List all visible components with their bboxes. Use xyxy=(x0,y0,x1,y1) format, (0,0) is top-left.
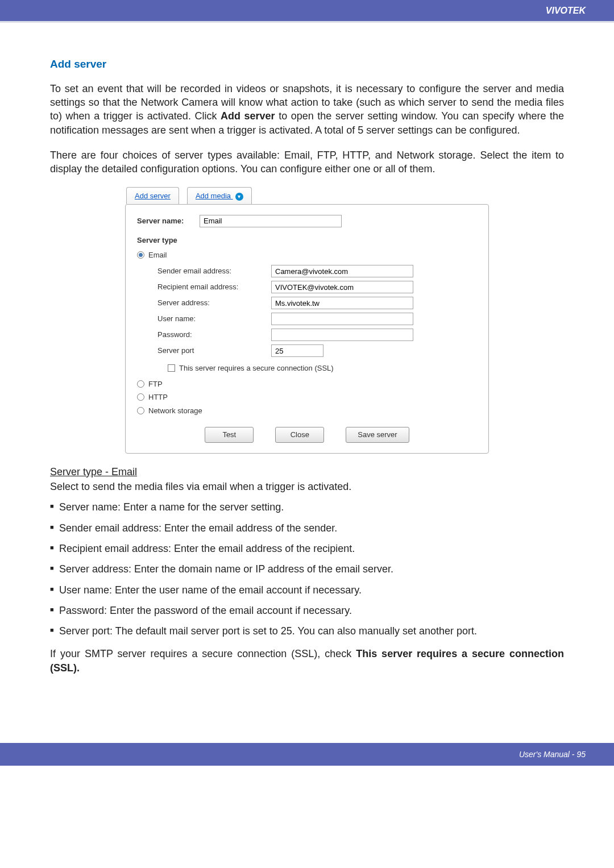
server-addr-row: Server address: xyxy=(157,295,477,311)
tabs-row: Add server Add media ▾ xyxy=(126,187,489,204)
content: Add server To set an event that will be … xyxy=(0,23,614,709)
list-item: Server address: Enter the domain name or… xyxy=(50,562,564,576)
radio-network-label: Network storage xyxy=(148,406,202,416)
server-addr-input[interactable] xyxy=(271,297,413,309)
dialog-buttons: Test Close Save server xyxy=(137,427,477,443)
server-addr-label: Server address: xyxy=(157,296,271,310)
port-input[interactable] xyxy=(271,344,323,357)
list-item: Server name: Enter a name for the server… xyxy=(50,500,564,514)
sender-row: Sender email address: xyxy=(157,263,477,279)
list-item: User name: Enter the user name of the em… xyxy=(50,583,564,597)
footer-bar: User's Manual - 95 xyxy=(0,743,614,766)
list-item: Password: Enter the password of the emai… xyxy=(50,604,564,617)
server-name-label: Server name: xyxy=(137,216,200,226)
intro-paragraph-2: There are four choices of server types a… xyxy=(50,148,564,176)
list-item: Server port: The default mail server por… xyxy=(50,624,564,638)
recipient-input[interactable] xyxy=(271,281,413,293)
server-type-label: Server type xyxy=(137,235,200,246)
radio-ftp[interactable] xyxy=(137,380,144,388)
section-heading: Add server xyxy=(50,57,564,72)
recipient-row: Recipient email address: xyxy=(157,279,477,295)
radio-http-row[interactable]: HTTP xyxy=(137,392,477,402)
intro-1-bold: Add server xyxy=(221,110,275,122)
user-row: User name: xyxy=(157,311,477,327)
recipient-label: Recipient email address: xyxy=(157,280,271,294)
user-label: User name: xyxy=(157,312,271,326)
pass-row: Password: xyxy=(157,327,477,343)
radio-ftp-label: FTP xyxy=(148,379,163,389)
server-type-subhead: Server type - Email xyxy=(50,465,564,479)
sender-input[interactable] xyxy=(271,265,413,277)
port-row: Server port xyxy=(157,343,477,359)
ssl-checkbox[interactable] xyxy=(168,364,175,372)
list-item: Sender email address: Enter the email ad… xyxy=(50,521,564,535)
pass-label: Password: xyxy=(157,327,271,342)
server-name-row: Server name: xyxy=(137,215,477,227)
server-name-input[interactable] xyxy=(200,215,342,227)
dialog-box: Server name: Server type Email Sender em… xyxy=(125,204,489,454)
save-server-button[interactable]: Save server xyxy=(346,427,409,443)
radio-email[interactable] xyxy=(137,251,144,259)
radio-email-row[interactable]: Email xyxy=(137,250,477,260)
sender-label: Sender email address: xyxy=(157,264,271,279)
pass-input[interactable] xyxy=(271,329,413,341)
server-type-row: Server type xyxy=(137,235,477,246)
radio-ftp-row[interactable]: FTP xyxy=(137,379,477,389)
tab-add-media[interactable]: Add media ▾ xyxy=(187,187,252,204)
brand-text: VIVOTEK xyxy=(546,6,586,16)
list-item: Recipient email address: Enter the email… xyxy=(50,542,564,555)
email-fields: Sender email address: Recipient email ad… xyxy=(137,263,477,373)
footer-text: User's Manual - 95 xyxy=(519,750,586,759)
closing-paragraph: If your SMTP server requires a secure co… xyxy=(50,647,564,675)
bullet-list: Server name: Enter a name for the server… xyxy=(50,500,564,638)
tab-add-server[interactable]: Add server xyxy=(126,187,179,204)
tab-add-media-label: Add media xyxy=(196,192,231,200)
intro-paragraph-1: To set an event that will be recorded in… xyxy=(50,82,564,137)
ssl-row[interactable]: This server requires a secure connection… xyxy=(168,363,477,373)
radio-network-row[interactable]: Network storage xyxy=(137,406,477,416)
radio-http[interactable] xyxy=(137,393,144,401)
ssl-label: This server requires a secure connection… xyxy=(179,363,334,373)
close-button[interactable]: Close xyxy=(275,427,324,443)
port-label: Server port xyxy=(157,343,271,358)
header-bar: VIVOTEK xyxy=(0,0,614,23)
test-button[interactable]: Test xyxy=(205,427,254,443)
radio-network[interactable] xyxy=(137,407,144,414)
closing-pre: If your SMTP server requires a secure co… xyxy=(50,648,356,659)
user-input[interactable] xyxy=(271,313,413,325)
chevron-down-icon: ▾ xyxy=(235,193,243,201)
radio-email-label: Email xyxy=(148,250,167,260)
dialog: Add server Add media ▾ Server name: Serv… xyxy=(125,187,489,453)
server-type-desc: Select to send the media files via email… xyxy=(50,480,564,493)
radio-http-label: HTTP xyxy=(148,392,168,402)
